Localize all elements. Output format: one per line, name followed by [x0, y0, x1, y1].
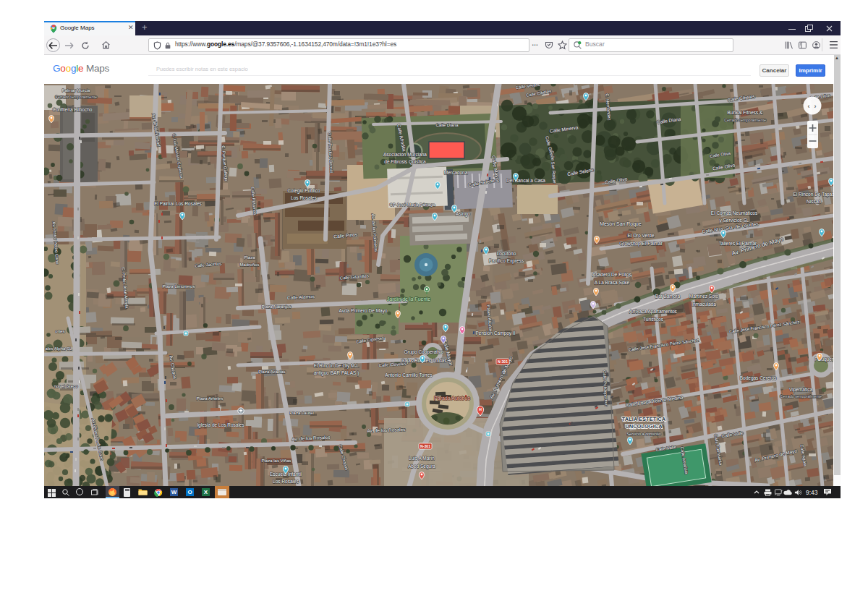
svg-text:Nissan: Nissan — [807, 199, 821, 204]
svg-text:Plaza Laurel: Plaza Laurel — [289, 411, 314, 415]
svg-text:Martínez Soto: Martínez Soto — [689, 294, 719, 299]
svg-text:UNCOLOGICA: UNCOLOGICA — [625, 423, 663, 430]
svg-text:ortes: ortes — [55, 329, 64, 333]
svg-text:Avda Primero De Mayo: Avda Primero De Mayo — [339, 308, 387, 314]
svg-text:Del Bancal a Casa: Del Bancal a Casa — [506, 178, 545, 183]
svg-text:Parada Autobus: Parada Autobus — [434, 396, 470, 401]
svg-text:Asingo: Asingo — [456, 211, 470, 217]
svg-text:Bunkai Fitness &: Bunkai Fitness & — [728, 110, 763, 115]
svg-text:‹: ‹ — [808, 103, 810, 110]
svg-text:de Fibrosis Quística: de Fibrosis Quística — [384, 159, 426, 165]
svg-text:N-301: N-301 — [420, 444, 430, 448]
svg-text:Calle Diana: Calle Diana — [435, 123, 459, 127]
svg-text:Servicio a domicilio: Servicio a domicilio — [626, 432, 660, 436]
svg-text:Plaza Arheles: Plaza Arheles — [197, 396, 224, 401]
svg-text:Plaza: Plaza — [244, 255, 255, 260]
svg-text:Madroños: Madroños — [240, 263, 260, 267]
svg-text:N-301: N-301 — [498, 359, 508, 364]
svg-text:El Rincón De Tapas: El Rincón De Tapas — [793, 192, 833, 197]
svg-text:CP José María Párraga: CP José María Párraga — [390, 202, 436, 207]
svg-text:y Servicios SL: y Servicios SL — [719, 218, 749, 223]
svg-text:Cerrado temporalmente: Cerrado temporalmente — [780, 394, 822, 398]
svg-text:Plaza Limoneros: Plaza Limoneros — [163, 284, 195, 289]
svg-text:Mesón San Roque: Mesón San Roque — [600, 221, 642, 227]
svg-text:Plaza las Viñas: Plaza las Viñas — [261, 459, 291, 463]
svg-text:Bodegas Cereros: Bodegas Cereros — [740, 375, 777, 381]
svg-text:Talleres El Palmar: Talleres El Palmar — [719, 241, 757, 246]
svg-text:Los Rosales: Los Rosales — [273, 479, 299, 484]
svg-text:Asociación Murciana: Asociación Murciana — [383, 152, 427, 157]
svg-text:Los Rosales: Los Rosales — [291, 195, 318, 200]
svg-text:A La Brasa Soke: A La Brasa Soke — [595, 280, 630, 285]
svg-text:Luis A Marín: Luis A Marín — [409, 456, 435, 461]
svg-text:Inmaculada: Inmaculada — [692, 302, 716, 307]
svg-text:El Rincón De Oly M-L: El Rincón De Oly M-L — [314, 363, 359, 369]
svg-text:El Oro Verde: El Oro Verde — [627, 233, 655, 238]
svg-text:TALIA ESTETICA: TALIA ESTETICA — [622, 416, 666, 422]
svg-text:Grupo Cooperativo: Grupo Cooperativo — [404, 349, 444, 355]
svg-text:Locutorio: Locutorio — [497, 251, 516, 256]
svg-text:Jardín de la Fuente: Jardín de la Fuente — [387, 297, 430, 302]
svg-text:ales Alpha SL: ales Alpha SL — [46, 346, 73, 351]
svg-text:›: › — [814, 103, 817, 110]
svg-text:Iglesia de Los Rosales: Iglesia de Los Rosales — [197, 422, 244, 428]
svg-text:Cerrado temporalmente: Cerrado temporalmente — [724, 118, 766, 122]
svg-text:nor el Greco: nor el Greco — [54, 384, 78, 388]
svg-text:Confitería Bilbocho: Confitería Bilbocho — [53, 107, 93, 112]
svg-text:Turísticos: Turísticos — [643, 317, 664, 322]
svg-text:Bar Zamora: Bar Zamora — [655, 294, 681, 299]
svg-text:Plaza Naranjos: Plaza Naranjos — [262, 304, 292, 309]
svg-text:Mercadona: Mercadona — [444, 170, 468, 175]
svg-text:El Comas Neumáticos: El Comas Neumáticos — [711, 210, 758, 216]
svg-text:El Palmar Los Rosales: El Palmar Los Rosales — [154, 201, 202, 206]
svg-text:Pacífico Express: Pacífico Express — [489, 258, 524, 264]
svg-text:Arrixaca Apartamentos: Arrixaca Apartamentos — [629, 309, 678, 315]
svg-text:Plaza Acacias: Plaza Acacias — [258, 370, 286, 374]
svg-text:Cerrado temporalmente: Cerrado temporalmente — [55, 95, 97, 99]
svg-text:Growshop El Palmar: Growshop El Palmar — [619, 241, 663, 247]
svg-text:Palmar Murcia: Palmar Murcia — [62, 88, 91, 93]
svg-text:Colegio Público: Colegio Público — [287, 188, 320, 194]
svg-text:Antonio Camilio Torres: Antonio Camilio Torres — [385, 372, 433, 378]
svg-text:H: H — [479, 407, 482, 412]
svg-text:Vipemática: Vipemática — [789, 387, 812, 393]
svg-text:antiguo BAR PALAS ): antiguo BAR PALAS ) — [314, 370, 359, 376]
svg-text:Asadero De Pollos: Asadero De Pollos — [592, 272, 632, 277]
svg-text:Pensión Campoy II: Pensión Campoy II — [476, 331, 516, 336]
svg-text:Abed Segura: Abed Segura — [408, 464, 435, 469]
